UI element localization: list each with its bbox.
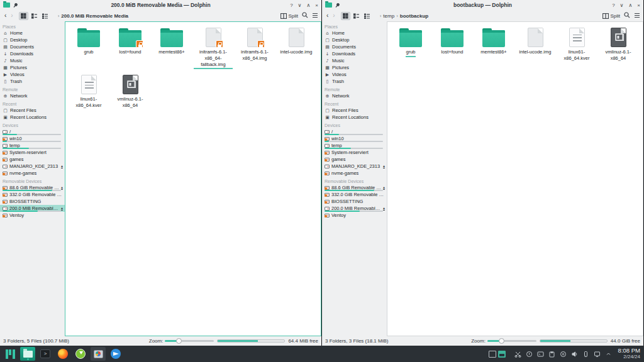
sidebar-item-pictures[interactable]: ▦Pictures [0,64,65,71]
eject-icon[interactable]: ▴ [61,207,63,211]
file-view[interactable]: grub lost+found memtest86+ intel-ucode.i… [387,21,643,336]
file-item[interactable]: linux61-x86_64.kver [69,74,109,109]
sidebar-item-desktop[interactable]: ▢Desktop [0,36,65,43]
sidebar-item-games[interactable]: games [322,156,387,163]
sidebar-item-music[interactable]: ♪Music [322,57,387,64]
virtual-desktop-pager[interactable] [489,351,506,358]
file-item[interactable]: intel-ucode.img [515,27,555,62]
sidebar-item-downloads[interactable]: ↓Downloads [0,50,65,57]
breadcrumb-item[interactable]: bootbackup [400,13,428,19]
sidebar-item-downloads[interactable]: ↓Downloads [322,50,387,57]
forward-button[interactable]: › [331,13,336,19]
sidebar-item-biossetting[interactable]: BIOSSETTING [322,198,387,205]
sidebar-item-pictures[interactable]: ▦Pictures [322,64,387,71]
details-view-button[interactable] [40,12,50,20]
help-button[interactable]: ? [612,3,614,8]
sidebar-item-network[interactable]: ⊕Network [322,92,387,99]
taskbar-updater-button[interactable] [73,347,88,361]
file-item[interactable]: grub [69,27,109,69]
sidebar-item-root[interactable]: / [322,128,387,135]
file-item[interactable]: linux61-x86_64.kver [557,27,597,62]
minimize-button[interactable]: ∨ [620,3,624,8]
clipboard-scissors-icon[interactable] [514,351,521,358]
compact-view-button[interactable] [352,12,361,20]
icons-view-button[interactable] [19,12,28,20]
sidebar-item-videos[interactable]: ▶Videos [0,71,65,78]
sidebar-item-trash[interactable]: ▯Trash [0,78,65,85]
sidebar-item-manjaro-kde[interactable]: MANJARO_KDE_2313▴ [0,163,65,170]
sidebar-item-dev-200mib[interactable]: 200.0 MiB Removable ...▴ [0,205,65,212]
sidebar-item-manjaro-kde[interactable]: MANJARO_KDE_2313▴ [322,163,387,170]
sidebar-item-trash[interactable]: ▯Trash [322,78,387,85]
sidebar-item-win10[interactable]: win10 [322,135,387,142]
sidebar-item-network[interactable]: ⊕Network [0,92,65,99]
sidebar-item-temp[interactable]: temp [322,142,387,149]
terminal-tray-icon[interactable] [537,351,544,358]
file-item[interactable]: intel-ucode.img [276,27,316,69]
sidebar-item-recent-files[interactable]: ▢Recent Files [322,107,387,114]
sidebar-item-root[interactable]: / [0,128,65,135]
clipboard-tray-icon[interactable] [548,351,555,358]
update-notifier-icon[interactable] [526,351,533,358]
sidebar-item-dev-332gib[interactable]: 332.0 GiB Removable Med... [0,191,65,198]
sidebar-item-recent-locations[interactable]: ▣Recent Locations [322,114,387,121]
sidebar-item-documents[interactable]: ▤Documents [0,43,65,50]
hamburger-menu-icon[interactable] [634,13,640,19]
clock[interactable]: 8:08 PM 2/24/24 [618,348,640,359]
split-button[interactable]: Split [280,13,298,19]
taskbar-dolphin-button[interactable] [20,347,35,361]
search-icon[interactable] [624,12,630,19]
file-item[interactable]: vmlinuz-6.1-x86_64 [598,27,638,62]
pin-icon[interactable] [333,1,341,9]
file-item[interactable]: initramfs-6.1-x86_64-fallback.img [193,27,233,69]
minimize-button[interactable]: ∨ [298,3,302,8]
sidebar-item-recent-locations[interactable]: ▣Recent Locations [0,114,65,121]
file-item[interactable]: lost+found [110,27,150,69]
zoom-slider-handle[interactable] [176,338,182,344]
sidebar-item-videos[interactable]: ▶Videos [322,71,387,78]
compact-view-button[interactable] [30,12,39,20]
help-button[interactable]: ? [290,3,292,8]
sidebar-item-biossetting[interactable]: BIOSSETTING [0,198,65,205]
zoom-slider[interactable] [165,340,214,342]
eject-icon[interactable]: ▴ [383,165,385,168]
display-icon[interactable] [594,351,601,358]
taskbar-messenger-button[interactable] [108,347,123,361]
file-item[interactable]: memtest86+ [474,27,514,62]
taskbar-disk-utility-button[interactable] [91,347,106,361]
forward-button[interactable]: › [9,13,14,19]
eject-icon[interactable]: ▴ [383,186,385,190]
status-circle-icon[interactable] [560,351,567,358]
pin-icon[interactable] [11,1,19,9]
sidebar-item-system-reserviert[interactable]: System-reserviert [0,149,65,156]
sidebar-item-recent-files[interactable]: ▢Recent Files [0,107,65,114]
maximize-button[interactable]: ∧ [628,3,632,8]
sidebar-item-music[interactable]: ♪Music [0,57,65,64]
sidebar-item-desktop[interactable]: ▢Desktop [322,36,387,43]
sidebar-item-nvme-games[interactable]: nvme-games [0,170,65,177]
breadcrumb-item[interactable]: temp [383,13,394,19]
taskbar-konsole-button[interactable]: > [38,347,53,361]
eject-icon[interactable]: ▴ [383,207,385,211]
zoom-slider-handle[interactable] [499,338,504,344]
maximize-button[interactable]: ∧ [306,3,310,8]
sidebar-item-ventoy[interactable]: Ventoy [0,212,65,219]
sidebar-item-dev-200mib[interactable]: 200.0 MiB Removable ...▴ [322,205,387,212]
split-button[interactable]: Split [602,13,620,19]
sidebar-item-home[interactable]: ⌂Home [0,30,65,36]
back-button[interactable]: ‹ [3,13,8,19]
sidebar-item-home[interactable]: ⌂Home [322,30,387,36]
titlebar[interactable]: 200.0 MiB Removable Media — Dolphin ? ∨ … [0,0,321,10]
phone-battery-icon[interactable] [582,351,589,358]
file-item[interactable]: memtest86+ [152,27,192,69]
sidebar-item-dev-332gib[interactable]: 332.0 GiB Removable Med... [322,191,387,198]
file-item[interactable]: initramfs-6.1-x86_64.img [235,27,275,69]
sidebar-item-system-reserviert[interactable]: System-reserviert [322,149,387,156]
tray-expand-icon[interactable] [605,351,612,358]
taskbar-firefox-button[interactable] [55,347,70,361]
desktop-1-thumbnail[interactable] [489,351,496,358]
file-item[interactable]: lost+found [432,27,472,62]
eject-icon[interactable]: ▴ [61,165,63,168]
icons-view-button[interactable] [341,12,350,20]
volume-icon[interactable] [571,351,578,358]
